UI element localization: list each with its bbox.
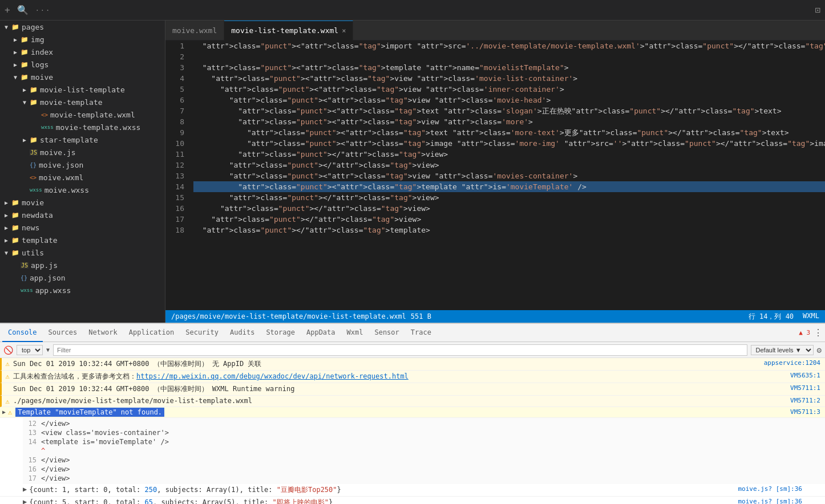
devtools-tab-sensor[interactable]: Sensor [369, 324, 405, 342]
console-source-5[interactable]: VM5711:3 [790, 408, 825, 416]
sidebar-item-movie[interactable]: ▶ 📁 movie [0, 196, 165, 209]
sidebar-item-news[interactable]: ▶ 📁 news [0, 221, 165, 234]
sidebar-item-moive-wxss[interactable]: ▶ wxss moive.wxss [0, 184, 165, 196]
devtools-tab-sources[interactable]: Sources [43, 324, 83, 342]
sidebar-item-movie-template[interactable]: ▼ 📁 movie-template [0, 96, 165, 108]
code-line-7[interactable]: "attr">class="punct"><"attr">class="tag"… [193, 105, 825, 116]
console-clear-button[interactable]: 🚫 [3, 346, 13, 355]
domain-link[interactable]: https://mp.weixin.qq.com/debug/wxadoc/de… [136, 372, 409, 380]
sidebar-item-moive[interactable]: ▼ 📁 moive [0, 71, 165, 83]
line-number-1: 1 [165, 40, 184, 51]
sidebar-item-mt-wxml[interactable]: ▶ <> movie-template.wxml [0, 108, 165, 121]
sidebar-item-star-template[interactable]: ▶ 📁 star-template [0, 133, 165, 146]
console-toolbar: 🚫 top ▼ Default levels ▼ ⚙ [0, 342, 825, 358]
sidebar-item-logs[interactable]: ▶ 📁 logs [0, 58, 165, 71]
sidebar-label-movie: movie [22, 198, 44, 207]
folder-icon: 📁 [11, 23, 19, 31]
sidebar-item-moive-js[interactable]: ▶ JS moive.js [0, 146, 165, 158]
devtools-tab-wxml[interactable]: Wxml [341, 324, 369, 342]
folder-icon-index: 📁 [21, 48, 29, 56]
sidebar-item-img[interactable]: ▶ 📁 img [0, 33, 165, 46]
tab-close-icon[interactable]: × [342, 27, 346, 35]
console-source-1[interactable]: appservice:1204 [764, 359, 825, 367]
code-line-1[interactable]: "attr">class="punct"><"attr">class="tag"… [193, 40, 825, 51]
sidebar-item-template[interactable]: ▶ 📁 template [0, 234, 165, 246]
scope-select[interactable]: top [17, 345, 43, 355]
devtools-tab-appdata[interactable]: AppData [301, 324, 341, 342]
code-line-8[interactable]: "attr">class="punct"><"attr">class="tag"… [193, 116, 825, 127]
folder-icon-newdata: 📁 [11, 212, 19, 219]
status-bar-left: /pages/moive/movie-list-template/movie-l… [171, 312, 431, 320]
search-icon[interactable]: 🔍 [17, 5, 29, 15]
console-row-appid: ⚠ Sun Dec 01 2019 10:32:44 GMT+0800 （中国标… [0, 358, 825, 371]
devtools-tab-trace[interactable]: Trace [405, 324, 437, 342]
tab-moive-wxml[interactable]: moive.wxml [165, 21, 224, 40]
sidebar-item-app-wxss[interactable]: ▶ wxss app.wxss [0, 284, 165, 296]
code-line-16[interactable]: "attr">class="punct"></"attr">class="tag… [193, 203, 825, 214]
sidebar-item-moive-json[interactable]: ▶ {} moive.json [0, 158, 165, 171]
sidebar-label-app-json: app.json [30, 274, 66, 282]
sidebar-label-moive-wxss: moive.wxss [45, 186, 89, 194]
sidebar-item-utils[interactable]: ▼ 📁 utils [0, 246, 165, 259]
code-line-17[interactable]: "attr">class="punct"></"attr">class="tag… [193, 214, 825, 225]
code-editor: 123456789101112131415161718 "attr">class… [165, 40, 825, 310]
expand-icon-error[interactable]: ▶ [0, 408, 8, 415]
console-source-2[interactable]: VM5635:1 [790, 372, 825, 379]
more-icon[interactable]: ··· [35, 6, 51, 14]
code-snippet: 12 </view> 13 <view class='movies-contai… [23, 418, 825, 484]
devtools-tab-storage[interactable]: Storage [260, 324, 301, 342]
snippet-line-17: 17 </view> [23, 474, 825, 483]
split-icon[interactable]: ⊡ [815, 5, 820, 15]
sidebar-item-moive-wxml[interactable]: ▶ <> moive.wxml [0, 171, 165, 184]
snippet-code-16: </view> [41, 465, 70, 473]
sidebar-label-moive: moive [31, 73, 53, 82]
code-content[interactable]: "attr">class="punct"><"attr">class="tag"… [191, 40, 825, 310]
obj-source-1[interactable]: moive.js? [sm]:36 [738, 485, 802, 493]
sidebar-label-mt: movie-template [40, 98, 103, 107]
warning-icon-3 [2, 384, 13, 385]
file-icon-wxss-mt: wxss [41, 124, 54, 130]
obj-source-2[interactable]: moive.js? [sm]:36 [738, 498, 802, 504]
devtools-tab-console[interactable]: Console [2, 324, 43, 342]
devtools-tab-network[interactable]: Network [83, 324, 123, 342]
expand-icon-obj1[interactable]: ▶ [23, 485, 27, 493]
devtools-more-icon[interactable]: ⋮ [814, 327, 823, 338]
code-line-12[interactable]: "attr">class="punct"></"attr">class="tag… [193, 160, 825, 170]
devtools-tab-audits[interactable]: Audits [224, 324, 260, 342]
devtools-tab-security[interactable]: Security [180, 324, 224, 342]
filter-input[interactable] [53, 344, 747, 356]
settings-gear-icon[interactable]: ⚙ [817, 346, 822, 355]
editor-area: moive.wxml movie-list-template.wxml × 12… [165, 21, 825, 323]
sidebar-item-index[interactable]: ▶ 📁 index [0, 46, 165, 58]
level-select[interactable]: Default levels ▼ [751, 345, 814, 355]
code-line-15[interactable]: "attr">class="punct"></"attr">class="tag… [193, 192, 825, 203]
sidebar-label-img: img [31, 35, 44, 44]
code-line-2[interactable] [193, 51, 825, 62]
sidebar-item-mt-wxss[interactable]: ▶ wxss movie-template.wxss [0, 121, 165, 133]
snippet-code-15: </view> [41, 456, 70, 464]
sidebar-item-newdata[interactable]: ▶ 📁 newdata [0, 209, 165, 221]
code-line-11[interactable]: "attr">class="punct"></"attr">class="tag… [193, 149, 825, 160]
code-line-10[interactable]: "attr">class="punct"><"attr">class="tag"… [193, 138, 825, 149]
code-line-13[interactable]: "attr">class="punct"><"attr">class="tag"… [193, 170, 825, 181]
console-source-3[interactable]: VM5711:1 [790, 384, 825, 392]
code-line-3[interactable]: "attr">class="punct"><"attr">class="tag"… [193, 62, 825, 73]
sidebar-item-app-js[interactable]: ▶ JS app.js [0, 259, 165, 271]
sidebar-item-app-json[interactable]: ▶ {} app.json [0, 271, 165, 284]
code-line-4[interactable]: "attr">class="punct"><"attr">class="tag"… [193, 73, 825, 84]
code-line-5[interactable]: "attr">class="punct"><"attr">class="tag"… [193, 84, 825, 95]
snippet-line-13: 13 <view class='movies-container'> [23, 428, 825, 437]
devtools-tab-application[interactable]: Application [123, 324, 180, 342]
sidebar-item-pages[interactable]: ▼ 📁 pages [0, 21, 165, 33]
code-line-18[interactable]: "attr">class="punct"></"attr">class="tag… [193, 225, 825, 235]
sidebar-item-movie-list-template[interactable]: ▶ 📁 movie-list-template [0, 83, 165, 96]
expand-icon-obj2[interactable]: ▶ [23, 498, 27, 504]
code-line-9[interactable]: "attr">class="punct"><"attr">class="tag"… [193, 127, 825, 138]
console-source-4[interactable]: VM5711:2 [790, 397, 825, 404]
code-line-6[interactable]: "attr">class="punct"><"attr">class="tag"… [193, 95, 825, 105]
add-icon[interactable]: + [5, 5, 10, 15]
snippet-linenum-13: 13 [23, 429, 37, 437]
code-line-14[interactable]: "attr">class="punct"><"attr">class="tag"… [193, 181, 825, 192]
file-icon-js-app: JS [21, 262, 29, 269]
tab-movie-list-template[interactable]: movie-list-template.wxml × [224, 21, 353, 40]
